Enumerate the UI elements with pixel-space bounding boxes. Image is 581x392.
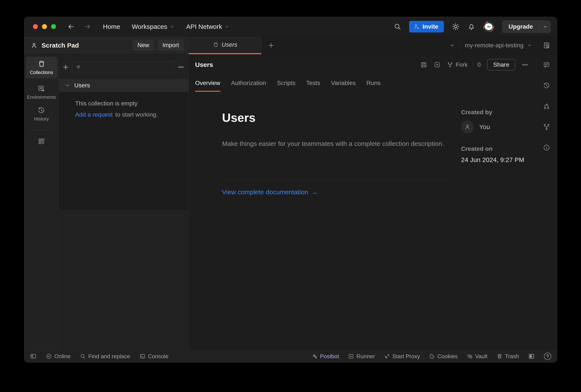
new-button[interactable]: New xyxy=(133,40,154,51)
postbot-label: Postbot xyxy=(320,353,339,360)
chevron-down-icon xyxy=(543,24,548,29)
trash-label: Trash xyxy=(505,353,519,360)
runner-icon xyxy=(348,353,354,359)
runner-button[interactable]: Runner xyxy=(348,353,375,360)
zoom-window-button[interactable] xyxy=(51,24,56,29)
pull-requests-icon[interactable] xyxy=(543,103,550,110)
forward-arrow-icon[interactable] xyxy=(84,23,91,30)
filter-field xyxy=(72,61,175,73)
fork-button[interactable]: Fork 0 xyxy=(447,61,481,68)
divider xyxy=(262,41,262,50)
collections-icon xyxy=(38,60,46,68)
empty-collection-section: This collection is empty Add a request t… xyxy=(59,92,188,210)
upgrade-button[interactable]: Upgrade xyxy=(502,20,540,33)
filter-input[interactable] xyxy=(84,64,172,70)
share-button[interactable]: Share xyxy=(487,59,515,70)
nav-home[interactable]: Home xyxy=(103,23,120,30)
divider xyxy=(472,61,473,68)
fork-count[interactable]: 0 xyxy=(478,61,481,68)
collection-title[interactable]: Users xyxy=(195,61,213,68)
user-avatar[interactable] xyxy=(483,21,494,32)
find-and-replace[interactable]: Find and replace xyxy=(80,353,130,360)
fork-label: Fork xyxy=(456,61,468,68)
sidebar-item-label: Collections xyxy=(30,70,53,75)
add-collection-icon[interactable] xyxy=(62,64,69,70)
status-online[interactable]: Online xyxy=(46,353,70,360)
start-proxy-label: Start Proxy xyxy=(392,353,420,360)
close-window-button[interactable] xyxy=(33,24,38,29)
find-replace-icon xyxy=(80,353,86,359)
configure-sidebar-icon[interactable] xyxy=(38,137,46,145)
collection-row-users[interactable]: Users xyxy=(59,79,188,92)
toggle-sidebar-icon[interactable] xyxy=(30,353,36,360)
console-toggle[interactable]: Console xyxy=(140,353,168,360)
documentation-title[interactable]: Users xyxy=(222,111,457,125)
created-by-label: Created by xyxy=(461,109,532,116)
invite-label: Invite xyxy=(422,23,438,30)
arrow-right-icon: → xyxy=(311,188,318,196)
view-documentation-link[interactable]: View complete documentation → xyxy=(222,188,457,196)
changelog-icon[interactable] xyxy=(543,82,550,89)
info-icon[interactable] xyxy=(543,144,550,151)
environment-name: my-remote-api-testing xyxy=(465,42,523,49)
notifications-bell-icon[interactable] xyxy=(468,23,475,30)
upgrade-label: Upgrade xyxy=(508,23,533,30)
help-icon[interactable] xyxy=(544,353,551,360)
run-collection-icon[interactable] xyxy=(434,61,440,68)
documentation-panel: Users Make things easier for your teamma… xyxy=(222,111,457,196)
tab-variables[interactable]: Variables xyxy=(331,75,356,92)
tab-users[interactable]: Users xyxy=(189,36,262,54)
postman-window: Home Workspaces API Network xyxy=(24,17,557,363)
workspace-header: Scratch Pad New Import xyxy=(24,36,189,54)
tab-authorization[interactable]: Authorization xyxy=(231,75,266,92)
documentation-description[interactable]: Make things easier for your teammates wi… xyxy=(222,138,457,149)
cookies-icon xyxy=(429,353,435,359)
tab-runs[interactable]: Runs xyxy=(366,75,380,92)
status-bar: Online Find and replace Console xyxy=(24,350,557,362)
avatar-robot-icon xyxy=(485,23,492,30)
import-button[interactable]: Import xyxy=(158,40,184,51)
cookies-button[interactable]: Cookies xyxy=(429,353,458,360)
vault-button[interactable]: Vault xyxy=(467,353,487,360)
chevron-down-icon xyxy=(170,24,175,29)
sidebar-item-environments[interactable]: Environments xyxy=(27,85,56,100)
invite-button[interactable]: Invite xyxy=(409,21,444,32)
two-pane-view-icon[interactable] xyxy=(528,353,535,360)
new-tab-plus-icon[interactable] xyxy=(268,42,274,49)
upgrade-menu-button[interactable] xyxy=(540,20,551,33)
nav-api-network[interactable]: API Network xyxy=(186,23,230,30)
more-options-icon[interactable] xyxy=(178,64,184,70)
minimize-window-button[interactable] xyxy=(42,24,47,29)
save-icon[interactable] xyxy=(420,61,427,68)
find-and-replace-label: Find and replace xyxy=(88,353,130,360)
comments-icon[interactable] xyxy=(543,61,550,69)
collection-icon xyxy=(213,42,218,48)
start-proxy-button[interactable]: Start Proxy xyxy=(384,353,420,360)
tab-tests[interactable]: Tests xyxy=(306,75,320,92)
environment-selector[interactable]: my-remote-api-testing xyxy=(460,36,536,54)
more-options-icon[interactable] xyxy=(522,61,528,68)
created-on-label: Created on xyxy=(461,145,532,152)
tab-scripts[interactable]: Scripts xyxy=(277,75,296,92)
nav-workspaces[interactable]: Workspaces xyxy=(132,23,175,30)
chevron-down-icon[interactable] xyxy=(65,83,70,88)
sidebar-item-collections[interactable]: Collections xyxy=(26,57,57,78)
collection-meta-panel: Created by You Created on 24 Jun 2024, 9… xyxy=(461,109,532,163)
forks-icon[interactable] xyxy=(543,123,550,131)
context-bar xyxy=(536,54,557,350)
created-by-value[interactable]: You xyxy=(479,123,490,131)
tab-overflow-chevron-icon[interactable] xyxy=(450,43,455,48)
activity-bar: Collections Environments History xyxy=(24,54,59,350)
console-icon xyxy=(140,353,146,359)
created-on-value: 24 Jun 2024, 9:27 PM xyxy=(461,156,532,163)
sidebar-item-history[interactable]: History xyxy=(34,106,49,122)
created-by-avatar xyxy=(461,120,474,133)
postbot-button[interactable]: Postbot xyxy=(312,353,339,360)
settings-gear-icon[interactable] xyxy=(452,22,460,31)
back-arrow-icon[interactable] xyxy=(67,23,75,30)
add-request-link[interactable]: Add a request xyxy=(75,111,113,118)
search-icon[interactable] xyxy=(394,23,402,30)
trash-button[interactable]: Trash xyxy=(496,353,519,360)
tab-overview[interactable]: Overview xyxy=(195,75,220,92)
environment-quick-look[interactable] xyxy=(536,36,557,54)
